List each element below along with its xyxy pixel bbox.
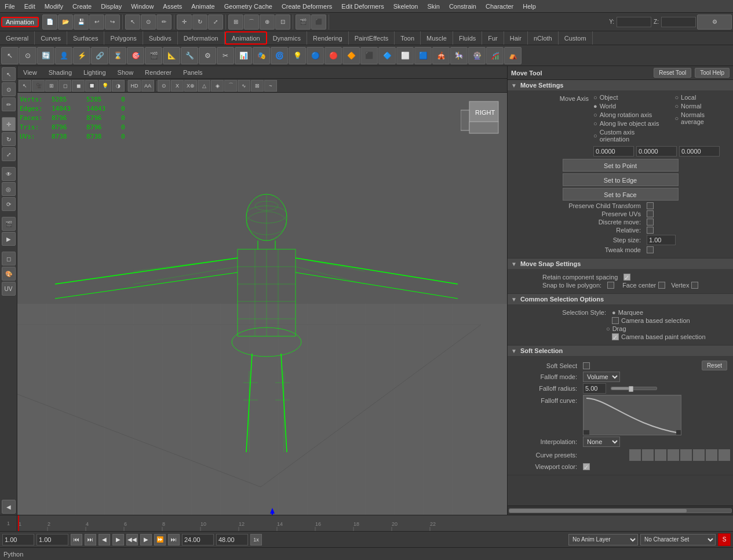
paint-btn[interactable]: ✏ <box>156 14 172 30</box>
snap-polygon-checkbox[interactable] <box>607 282 614 289</box>
curve-preset-6[interactable] <box>693 449 705 461</box>
render-view-btn[interactable]: 🎬 <box>2 217 16 231</box>
curve-preset-8[interactable] <box>719 449 730 461</box>
menu-assets[interactable]: Assets <box>158 2 187 11</box>
tweak-mode-checkbox[interactable] <box>647 246 654 253</box>
vp-subdiv-btn[interactable]: ◈ <box>211 80 224 92</box>
soft-select-checkbox[interactable] <box>583 362 590 369</box>
face-center-checkbox[interactable] <box>658 282 665 289</box>
shelf-select[interactable]: ↖ <box>1 47 19 64</box>
show-hide-btn[interactable]: 👁 <box>2 167 16 181</box>
vp-xray-joint-btn[interactable]: X⊕ <box>184 80 197 92</box>
char-set-dropdown[interactable]: No Character Set <box>640 534 716 546</box>
ipr-btn[interactable]: ⬛ <box>311 14 326 30</box>
menu-edit-deformers[interactable]: Edit Deformers <box>337 2 388 11</box>
preserve-child-checkbox[interactable] <box>647 202 654 209</box>
max-frame-input[interactable]: 48.00 <box>216 534 248 546</box>
tab-dynamics[interactable]: Dynamics <box>267 31 307 45</box>
coord-y-input[interactable]: 0.0000 <box>636 146 677 157</box>
soft-sel-btn[interactable]: ◎ <box>2 182 16 196</box>
end-frame-input[interactable]: 24.00 <box>182 534 214 546</box>
view-cube[interactable]: RIGHT <box>461 99 501 139</box>
discrete-move-checkbox[interactable] <box>647 219 654 226</box>
interpolation-select[interactable]: None Linear Smooth <box>583 437 620 447</box>
playback-speed-btn[interactable]: 1x <box>250 534 262 546</box>
preserve-uvs-checkbox[interactable] <box>647 210 654 217</box>
shelf-icon-18[interactable]: 🔴 <box>324 47 342 64</box>
anim-layer-dropdown[interactable]: No Anim Layer <box>568 534 638 546</box>
menu-geometry-cache[interactable]: Geometry Cache <box>220 2 277 11</box>
step-size-input[interactable] <box>647 235 676 245</box>
snap-point-btn[interactable]: ⊕ <box>260 14 275 30</box>
color-set-btn[interactable]: 🎨 <box>2 267 16 281</box>
tab-toon[interactable]: Toon <box>395 31 421 45</box>
vp-curve-btn[interactable]: ⌒ <box>224 80 237 92</box>
shelf-icon-6[interactable]: ⌛ <box>109 47 126 64</box>
menu-create-deformers[interactable]: Create Deformers <box>277 2 337 11</box>
tab-polygons[interactable]: Polygons <box>104 31 143 45</box>
tab-surfaces[interactable]: Surfaces <box>67 31 104 45</box>
play-btn[interactable]: ▶ <box>112 534 124 546</box>
ipr-render-btn[interactable]: ▶ <box>2 232 16 246</box>
viewport-color-checkbox[interactable]: ✓ <box>583 463 590 470</box>
paint-select-btn[interactable]: ✏ <box>2 97 16 111</box>
menu-display[interactable]: Display <box>96 2 126 11</box>
key-btn[interactable]: S <box>718 533 731 546</box>
menu-modify[interactable]: Modify <box>40 2 68 11</box>
shelf-icon-17[interactable]: 🔵 <box>307 47 324 64</box>
y-field[interactable] <box>617 17 651 27</box>
scale-tool-btn[interactable]: ⤢ <box>2 147 16 161</box>
falloff-radius-slider[interactable] <box>611 387 657 390</box>
tab-hair[interactable]: Hair <box>504 31 528 45</box>
menu-skin[interactable]: Skin <box>422 2 444 11</box>
render-btn[interactable]: 🎬 <box>296 14 311 30</box>
shelf-icon-12[interactable]: ✂ <box>217 47 234 64</box>
shelf-icon-25[interactable]: 🎠 <box>450 47 468 64</box>
axis-live-row[interactable]: ○ Along live object axis <box>593 120 663 127</box>
axis-normals-avg-row[interactable]: ○ Normals average <box>674 111 727 125</box>
redo-btn[interactable]: ↪ <box>105 14 120 30</box>
soft-selection-header[interactable]: ▼ Soft Selection <box>508 346 733 356</box>
rotate-btn[interactable]: ↻ <box>192 14 207 30</box>
viewport-canvas[interactable]: z x persp Verts: 5285 5285 0 Edges: 1404… <box>17 93 507 515</box>
prev-frame-btn[interactable]: ◀ <box>99 534 110 546</box>
vp-select-btn[interactable]: ↖ <box>19 80 31 92</box>
tab-curves[interactable]: Curves <box>35 31 67 45</box>
vp-menu-renderer[interactable]: Renderer <box>141 68 175 77</box>
set-to-point-btn[interactable]: Set to Point <box>563 159 679 172</box>
lasso-tool-btn[interactable]: ⊙ <box>2 82 16 96</box>
shelf-icon-20[interactable]: ⬛ <box>360 47 378 64</box>
rotate-tool-btn[interactable]: ↻ <box>2 132 16 146</box>
curve-preset-4[interactable] <box>668 449 679 461</box>
curve-preset-7[interactable] <box>706 449 717 461</box>
vp-menu-shading[interactable]: Shading <box>45 68 75 77</box>
axis-normal-row[interactable]: ○ Normal <box>674 103 727 110</box>
shelf-icon-19[interactable]: 🔶 <box>342 47 360 64</box>
coord-z-input[interactable]: 0.0000 <box>679 146 720 157</box>
common-selection-header[interactable]: ▼ Common Selection Options <box>508 294 733 304</box>
scale-btn[interactable]: ⤢ <box>208 14 223 30</box>
vp-res-btn[interactable]: HD <box>128 80 141 92</box>
vp-wire-btn[interactable]: ◻ <box>59 80 71 92</box>
scrollbar-thumb[interactable] <box>509 509 687 512</box>
tab-painteffects[interactable]: PaintEffects <box>349 31 395 45</box>
retain-spacing-checkbox[interactable]: ✓ <box>623 274 630 281</box>
vp-grid-btn[interactable]: ⊞ <box>45 80 58 92</box>
vp-dynamics-btn[interactable]: ~ <box>264 80 277 92</box>
set-to-face-btn[interactable]: Set to Face <box>563 188 679 201</box>
shelf-icon-7[interactable]: 🎯 <box>127 47 144 64</box>
vp-nurbs-btn[interactable]: ∿ <box>238 80 250 92</box>
play-back-btn[interactable]: ◀◀ <box>126 534 138 546</box>
shelf-icon-14[interactable]: 🎭 <box>253 47 270 64</box>
curve-preset-2[interactable] <box>642 449 654 461</box>
expand-panel-btn[interactable]: ◀ <box>2 500 16 514</box>
menu-animate[interactable]: Animate <box>187 2 219 11</box>
vp-xray-btn[interactable]: X <box>171 80 184 92</box>
snap-grid-btn[interactable]: ⊞ <box>228 14 243 30</box>
menu-edit[interactable]: Edit <box>20 2 40 11</box>
curve-preset-3[interactable] <box>655 449 666 461</box>
vp-tex-btn[interactable]: 🔲 <box>85 80 98 92</box>
shelf-icon-21[interactable]: 🔷 <box>378 47 396 64</box>
crease-btn[interactable]: ◻ <box>2 252 16 266</box>
tab-fluids[interactable]: Fluids <box>453 31 482 45</box>
